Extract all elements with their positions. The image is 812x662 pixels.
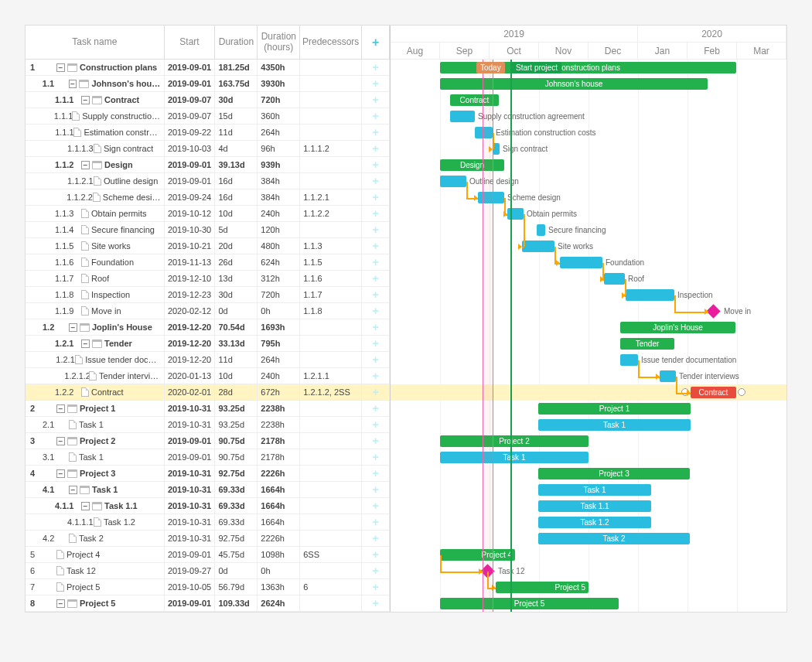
- timeline-row[interactable]: Scheme design: [391, 189, 786, 206]
- collapse-toggle[interactable]: −: [81, 161, 90, 169]
- cell-durh[interactable]: 795h: [258, 336, 300, 351]
- grid-row[interactable]: 4.1.1−Task 1.12019-10-3169.33d1664h+: [26, 498, 390, 514]
- cell-start[interactable]: 2019-09-22: [165, 125, 216, 140]
- grid-row[interactable]: 4−Project 32019-10-3192.75d2226h+: [26, 466, 390, 482]
- resize-handle[interactable]: [738, 388, 745, 396]
- cell-pred[interactable]: [300, 352, 362, 367]
- timeline-row[interactable]: Issue tender documentation: [391, 352, 786, 368]
- cell-pred[interactable]: 1.2.1.2, 2SS: [300, 384, 362, 400]
- cell-durh[interactable]: 2226h: [258, 466, 300, 481]
- gantt-bar[interactable]: Project 4: [440, 549, 515, 561]
- add-task-button[interactable]: +: [362, 401, 390, 416]
- cell-start[interactable]: 2019-12-20: [165, 319, 216, 335]
- gantt-bar[interactable]: Task 1: [538, 419, 691, 431]
- add-task-button[interactable]: +: [362, 206, 390, 221]
- cell-dur[interactable]: 109.33d: [215, 595, 258, 611]
- cell-dur[interactable]: 10d: [215, 368, 258, 384]
- cell-pred[interactable]: [300, 595, 362, 611]
- cell-durh[interactable]: 2226h: [258, 531, 300, 546]
- cell-start[interactable]: 2019-10-12: [165, 206, 216, 221]
- cell-dur[interactable]: 45.75d: [215, 547, 258, 562]
- cell-dur[interactable]: 70.54d: [215, 319, 258, 335]
- add-task-button[interactable]: +: [362, 76, 390, 91]
- milestone-marker[interactable]: [706, 304, 720, 318]
- cell-start[interactable]: 2019-10-05: [165, 579, 216, 595]
- grid-row[interactable]: 4.2Task 22019-10-3192.75d2226h+: [26, 531, 390, 547]
- cell-dur[interactable]: 26d: [215, 254, 258, 270]
- cell-durh[interactable]: 4350h: [258, 60, 300, 75]
- collapse-toggle[interactable]: −: [69, 486, 77, 494]
- timeline-row[interactable]: Johnson's house: [391, 76, 786, 92]
- cell-durh[interactable]: 1693h: [258, 319, 300, 335]
- add-task-button[interactable]: +: [362, 157, 390, 172]
- cell-start[interactable]: 2019-10-21: [165, 238, 216, 254]
- grid-row[interactable]: 1.1.4Secure financing2019-10-305d120h+: [26, 222, 390, 238]
- cell-start[interactable]: 2019-10-30: [165, 222, 216, 237]
- grid-row[interactable]: 1.1.1.3Sign contract2019-10-034d96h1.1.1…: [26, 141, 390, 157]
- add-task-button[interactable]: +: [362, 108, 390, 124]
- gantt-bar[interactable]: [493, 143, 500, 155]
- cell-dur[interactable]: 56.79d: [215, 579, 258, 595]
- gantt-bar[interactable]: Johnson's house: [440, 78, 708, 90]
- cell-start[interactable]: 2019-09-24: [165, 189, 216, 205]
- cell-pred[interactable]: [300, 563, 362, 578]
- grid-row[interactable]: 3−Project 22019-09-0190.75d2178h+: [26, 433, 390, 449]
- add-task-button[interactable]: +: [362, 352, 390, 367]
- cell-dur[interactable]: 4d: [215, 141, 258, 156]
- add-task-button[interactable]: +: [362, 466, 390, 481]
- resize-handle[interactable]: [681, 388, 689, 396]
- add-task-button[interactable]: +: [362, 271, 390, 286]
- grid-row[interactable]: 1.2.1−Tender2019-12-2033.13d795h+: [26, 336, 390, 352]
- grid-row[interactable]: 2.1Task 12019-10-3193.25d2238h+: [26, 417, 390, 433]
- col-header-duration-hours[interactable]: Duration (hours): [258, 26, 300, 60]
- grid-row[interactable]: 2−Project 12019-10-3193.25d2238h+: [26, 401, 390, 417]
- cell-start[interactable]: 2019-12-23: [165, 287, 216, 302]
- cell-start[interactable]: 2019-09-01: [165, 60, 216, 75]
- gantt-bar[interactable]: [450, 111, 475, 122]
- cell-durh[interactable]: 624h: [258, 254, 300, 270]
- cell-durh[interactable]: 2178h: [258, 449, 300, 465]
- cell-durh[interactable]: 2238h: [258, 401, 300, 416]
- grid-row[interactable]: 1.1−Johnson's house2019-09-01163.75d3930…: [26, 76, 390, 92]
- cell-pred[interactable]: [300, 466, 362, 481]
- add-task-button[interactable]: +: [362, 60, 390, 75]
- grid-row[interactable]: 4.1.1.1Task 1.22019-10-3169.33d1664h+: [26, 514, 390, 531]
- grid-row[interactable]: 1.2.1.2Tender interviews2020-01-1310d240…: [26, 368, 390, 384]
- collapse-toggle[interactable]: −: [69, 323, 77, 332]
- add-task-button[interactable]: +: [362, 547, 390, 562]
- cell-dur[interactable]: 181.25d: [215, 60, 258, 75]
- timeline-row[interactable]: Contract: [391, 92, 786, 108]
- timeline-row[interactable]: Tender interviews: [391, 368, 786, 384]
- cell-durh[interactable]: 120h: [258, 222, 300, 237]
- timeline-row[interactable]: Project 4: [391, 547, 786, 563]
- cell-durh[interactable]: 96h: [258, 141, 300, 156]
- cell-dur[interactable]: 13d: [215, 271, 258, 286]
- grid-row[interactable]: 1.1.8Inspection2019-12-2330d720h1.1.7+: [26, 287, 390, 303]
- timeline-row[interactable]: Site works: [391, 238, 786, 254]
- cell-dur[interactable]: 11d: [215, 352, 258, 367]
- cell-durh[interactable]: 312h: [258, 271, 300, 286]
- timeline-row[interactable]: Move in: [391, 303, 786, 319]
- gantt-bar[interactable]: [537, 224, 545, 236]
- cell-durh[interactable]: 480h: [258, 238, 300, 254]
- cell-dur[interactable]: 10d: [215, 206, 258, 221]
- timeline-row[interactable]: Task 2: [391, 531, 786, 547]
- grid-row[interactable]: 8−Project 52019-09-01109.33d2624h+: [26, 595, 390, 612]
- cell-start[interactable]: 2020-02-12: [165, 303, 216, 319]
- cell-pred[interactable]: [300, 449, 362, 465]
- timeline-row[interactable]: Obtain permits: [391, 206, 786, 222]
- cell-dur[interactable]: 163.75d: [215, 76, 258, 91]
- cell-pred[interactable]: 1.1.5: [300, 254, 362, 270]
- timeline-row[interactable]: Project 5: [391, 579, 786, 595]
- cell-pred[interactable]: 1.2.1.1: [300, 368, 362, 384]
- gantt-bar[interactable]: Contract: [450, 94, 499, 106]
- gantt-bar[interactable]: Project 2: [440, 435, 589, 447]
- cell-pred[interactable]: [300, 108, 362, 124]
- timeline-row[interactable]: Project 5: [391, 595, 786, 612]
- cell-dur[interactable]: 69.33d: [215, 482, 258, 497]
- cell-dur[interactable]: 15d: [215, 108, 258, 124]
- cell-durh[interactable]: 264h: [258, 125, 300, 140]
- cell-pred[interactable]: [300, 157, 362, 172]
- cell-start[interactable]: 2019-09-01: [165, 173, 216, 189]
- cell-pred[interactable]: 1.1.2.1: [300, 189, 362, 205]
